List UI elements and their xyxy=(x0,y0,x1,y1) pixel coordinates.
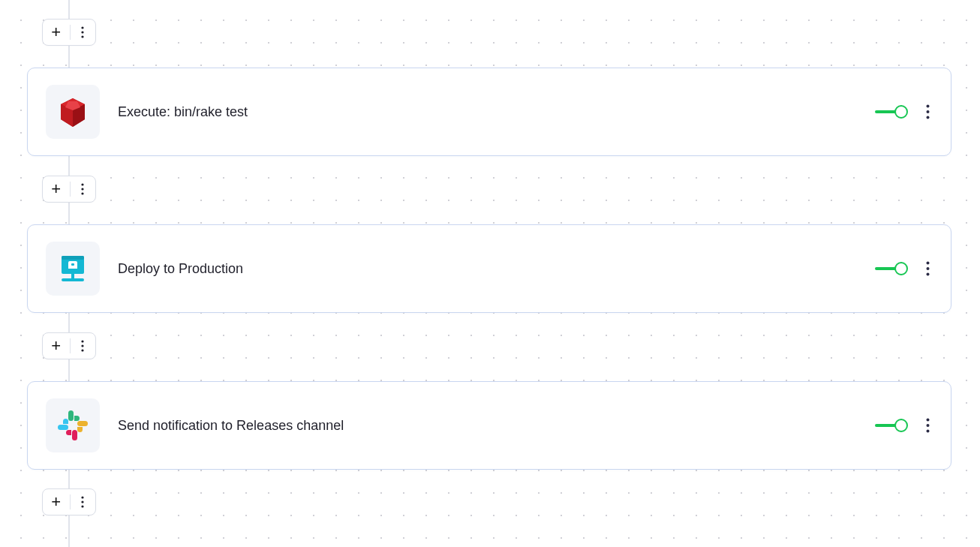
svg-point-11 xyxy=(82,183,84,185)
kebab-icon xyxy=(81,26,84,38)
plus-icon[interactable]: + xyxy=(43,494,70,510)
svg-point-22 xyxy=(82,340,84,342)
step-card-execute[interactable]: Execute: bin/rake test xyxy=(27,68,951,156)
svg-point-39 xyxy=(927,430,930,433)
svg-point-8 xyxy=(927,105,930,108)
svg-point-9 xyxy=(927,110,930,113)
kebab-icon xyxy=(81,340,84,352)
slack-icon xyxy=(56,409,89,442)
add-step-button[interactable]: + xyxy=(42,488,96,515)
add-menu-button[interactable] xyxy=(70,26,95,38)
svg-point-42 xyxy=(82,505,84,507)
add-menu-button[interactable] xyxy=(70,183,95,195)
svg-rect-30 xyxy=(77,427,83,430)
step-menu-button[interactable] xyxy=(923,415,933,436)
svg-point-13 xyxy=(82,192,84,194)
svg-rect-18 xyxy=(71,274,74,280)
svg-point-41 xyxy=(82,500,84,503)
kebab-icon xyxy=(81,183,84,195)
add-menu-button[interactable] xyxy=(70,496,95,508)
toggle-knob xyxy=(894,262,908,275)
add-step-button[interactable]: + xyxy=(42,19,96,46)
step-icon-box xyxy=(46,242,100,296)
svg-point-23 xyxy=(82,344,84,347)
step-title: Execute: bin/rake test xyxy=(118,104,875,120)
svg-point-38 xyxy=(927,424,930,427)
step-card-deploy[interactable]: Deploy to Production xyxy=(27,224,951,313)
svg-point-1 xyxy=(82,31,84,33)
step-menu-button[interactable] xyxy=(923,101,933,122)
svg-point-40 xyxy=(82,496,84,498)
plus-icon[interactable]: + xyxy=(43,181,70,197)
svg-point-19 xyxy=(927,262,930,265)
svg-point-12 xyxy=(82,188,84,190)
svg-point-21 xyxy=(927,273,930,276)
step-menu-button[interactable] xyxy=(923,258,933,279)
svg-rect-25 xyxy=(68,410,74,421)
svg-rect-16 xyxy=(71,263,74,266)
toggle-knob xyxy=(894,419,908,432)
kebab-icon xyxy=(926,261,930,276)
svg-rect-33 xyxy=(69,430,72,435)
kebab-icon xyxy=(81,496,84,508)
enable-toggle[interactable] xyxy=(875,261,908,276)
enable-toggle[interactable] xyxy=(875,104,908,119)
ruby-icon xyxy=(55,94,91,130)
svg-rect-15 xyxy=(62,256,84,260)
enable-toggle[interactable] xyxy=(875,418,908,433)
svg-point-10 xyxy=(927,116,930,119)
svg-rect-27 xyxy=(74,416,77,421)
svg-point-0 xyxy=(82,26,84,29)
deploy-icon xyxy=(54,250,92,287)
svg-rect-31 xyxy=(72,430,77,440)
svg-point-2 xyxy=(82,35,84,38)
svg-point-37 xyxy=(927,419,930,422)
add-step-button[interactable]: + xyxy=(42,332,96,359)
step-title: Send notification to Releases channel xyxy=(118,418,875,434)
step-title: Deploy to Production xyxy=(118,261,875,277)
step-icon-box xyxy=(46,85,100,139)
plus-icon[interactable]: + xyxy=(43,24,70,41)
kebab-icon xyxy=(926,418,930,433)
plus-icon[interactable]: + xyxy=(43,338,70,354)
step-icon-box xyxy=(46,398,100,452)
toggle-knob xyxy=(894,105,908,119)
step-card-notify[interactable]: Send notification to Releases channel xyxy=(27,381,951,470)
svg-rect-34 xyxy=(58,425,68,430)
svg-rect-28 xyxy=(77,421,88,426)
svg-point-20 xyxy=(927,267,930,270)
add-menu-button[interactable] xyxy=(70,340,95,352)
svg-rect-36 xyxy=(63,422,68,425)
svg-point-24 xyxy=(82,349,84,351)
kebab-icon xyxy=(926,104,930,119)
add-step-button[interactable]: + xyxy=(42,176,96,203)
